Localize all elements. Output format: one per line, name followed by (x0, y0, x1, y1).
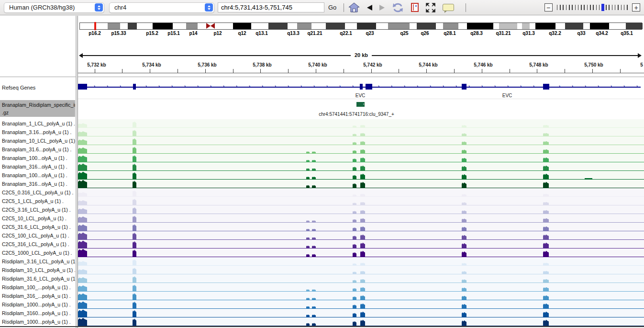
coverage-peak (360, 250, 365, 257)
coverage-row[interactable] (78, 249, 644, 257)
sidebar-item-track[interactable]: Branaplam_3.16...polyA_u (1) . (0, 128, 75, 136)
coverage-row[interactable] (78, 197, 644, 205)
coverage-row[interactable] (78, 257, 644, 266)
coverage-peak (543, 271, 549, 274)
zoom-tick (599, 5, 600, 10)
sidebar-item-track[interactable]: C2C5_31.6_LCL_polyA_u (1) . (0, 223, 75, 231)
junction-feature[interactable]: › (356, 102, 365, 107)
refresh-icon[interactable] (392, 2, 404, 13)
coverage-row[interactable] (78, 274, 644, 283)
coverage-row[interactable] (78, 119, 644, 128)
zoom-tick (575, 5, 576, 10)
coverage-row[interactable] (78, 300, 644, 309)
sidebar-item-track[interactable]: Risdiplam_1000...polyA_u (1) . (0, 300, 75, 309)
exon-block[interactable] (366, 84, 372, 90)
sidebar-item-track[interactable]: C2C5_10_LCL_polyA_u (1) . (0, 214, 75, 223)
coverage-row[interactable] (78, 231, 644, 240)
coverage-row[interactable] (78, 136, 644, 145)
coverage-peak (462, 158, 466, 162)
coverage-row[interactable] (78, 162, 644, 171)
sidebar-item-track[interactable]: Risdiplam_100_...polyA_u (1) . (0, 283, 75, 292)
strand-arrow-icon: › (184, 84, 186, 89)
exon-block[interactable] (462, 84, 466, 90)
coverage-row[interactable] (78, 180, 644, 188)
zoom-slider[interactable] (556, 3, 629, 12)
sidebar-item-track[interactable]: Risdiplam_3.16_LCL_polyA_u (1 (0, 257, 75, 266)
sidebar-item-track[interactable]: Branaplam_100...olyA_u (1) . (0, 171, 75, 180)
chromosome-ideogram[interactable] (79, 23, 642, 30)
coverage-peak (78, 123, 87, 127)
coverage-peak (462, 263, 466, 265)
sidebar-item-track[interactable]: C2C5_1000_LCL_polyA_u (1) . (0, 249, 75, 257)
ruler-tick (178, 69, 178, 73)
coverage-peak (133, 163, 136, 170)
region-tool-icon[interactable] (411, 3, 419, 12)
coverage-row[interactable] (78, 309, 644, 317)
zoom-in-button[interactable]: + (632, 3, 640, 11)
ruler-tick (592, 69, 593, 73)
ideogram-band (555, 23, 565, 29)
coverage-row[interactable] (78, 317, 644, 326)
exon-block[interactable] (78, 84, 87, 90)
sidebar-item-track[interactable]: C2C5_100_LCL_polyA_u (1) . (0, 231, 75, 240)
coverage-peak (133, 121, 136, 127)
exon-block[interactable] (360, 84, 363, 90)
coverage-peak (312, 315, 316, 317)
exon-block[interactable] (133, 84, 136, 90)
coverage-row[interactable] (78, 171, 644, 180)
genome-select[interactable]: Human (GRCh38/hg38) (4, 2, 104, 13)
coverage-row[interactable] (78, 283, 644, 292)
ideogram-band (626, 23, 643, 29)
band-label: q13.3 (287, 31, 300, 36)
strand-arrow-icon: › (378, 84, 379, 89)
fit-to-window-icon[interactable] (426, 3, 435, 12)
chromosome-select[interactable]: chr4 (109, 2, 214, 13)
sidebar-item-track[interactable]: Branaplam_31.6...polyA_u (1) . (0, 145, 75, 154)
sidebar-item-track[interactable]: Branaplam_1_LCL_polyA_u (1) . (0, 119, 75, 128)
sidebar-item-track[interactable]: C2C5_0.316_LCL_polyA_u (1) . (0, 188, 75, 197)
coverage-row[interactable] (78, 292, 644, 300)
coverage-row[interactable] (78, 128, 644, 136)
strand-arrow-icon: › (249, 84, 250, 89)
locus-input[interactable] (218, 2, 324, 12)
sidebar-item-track[interactable]: C2C5_1_LCL_polyA_u (1) . (0, 197, 75, 205)
coverage-row[interactable] (78, 223, 644, 231)
strand-arrow-icon: › (520, 84, 522, 89)
sidebar-item-track[interactable]: C2C5_3.16_LCL_polyA_u (1) . (0, 205, 75, 214)
ideogram-band (80, 23, 108, 29)
back-icon[interactable] (367, 5, 372, 11)
coverage-peak (360, 311, 365, 317)
coverage-row[interactable] (78, 188, 644, 197)
coverage-row[interactable] (78, 145, 644, 154)
sidebar-item-track[interactable]: Risdiplam_316_...polyA_u (1) . (0, 292, 75, 300)
go-button[interactable]: Go (328, 4, 336, 11)
sidebar-item-track[interactable]: Risdiplam_3160...polyA_u (1) . (0, 309, 75, 317)
coverage-peak (78, 317, 87, 326)
scale-line (372, 55, 638, 56)
coverage-row[interactable] (78, 214, 644, 223)
sidebar-item-track[interactable]: Risdiplam_1000...polyA_u (1) . (0, 317, 75, 326)
coverage-row[interactable] (78, 240, 644, 249)
sidebar-item-track[interactable]: Branaplam_10_LCL_polyA_u (1) (0, 136, 75, 145)
sidebar-item-track[interactable]: Branaplam_100...olyA_u (1) . (0, 154, 75, 162)
sidebar-item-track[interactable]: Risdiplam_31.6_LCL_polyA_u (1 (0, 274, 75, 283)
sidebar-item-track[interactable]: Risdiplam_10_LCL_polyA_u (1) . (0, 266, 75, 274)
sidebar-item-track[interactable]: Branaplam_316...olyA_u (1) . (0, 162, 75, 171)
zoom-out-button[interactable]: − (544, 3, 553, 11)
tooltip-bubble-icon[interactable] (443, 4, 454, 11)
sidebar-item-track[interactable]: Branaplam_316...olyA_u (1) . (0, 180, 75, 188)
coverage-peak (360, 125, 365, 128)
coverage-peak (360, 319, 365, 326)
strand-arrow-icon: › (585, 84, 586, 89)
sidebar-item-track[interactable]: C2C5_316_LCL_polyA_u (1) . (0, 240, 75, 249)
genome-select-value: Human (GRCh38/hg38) (9, 4, 75, 11)
sidebar-item-selected-track[interactable]: Branaplam_Risdiplam_specific_int .gz (0, 100, 75, 117)
zoom-slider-thumb[interactable] (601, 4, 604, 11)
coverage-row[interactable] (78, 205, 644, 214)
exon-block[interactable] (543, 84, 549, 90)
sidebar-item-refseq-genes[interactable]: Refseq Genes (0, 83, 75, 92)
home-icon[interactable] (348, 2, 360, 12)
coverage-peak (462, 218, 466, 222)
coverage-row[interactable] (78, 154, 644, 162)
coverage-row[interactable] (78, 266, 644, 274)
